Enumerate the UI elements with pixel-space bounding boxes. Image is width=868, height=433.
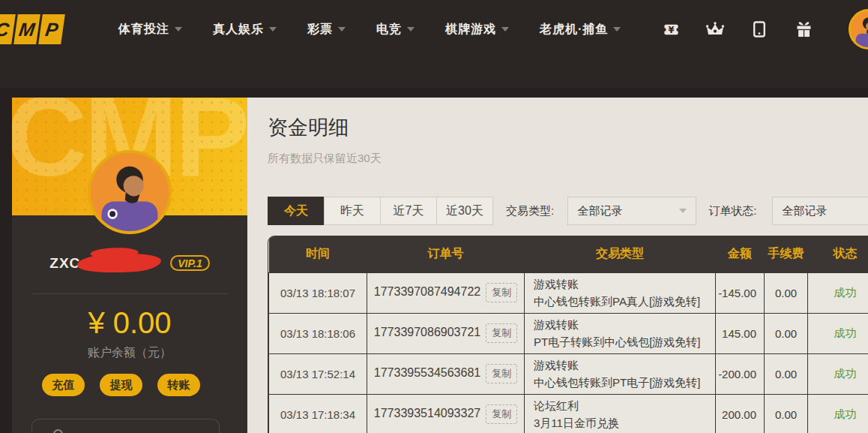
wallet-actions: 充值提现转账 — [42, 374, 200, 396]
nav-action-icons: ¥ — [661, 20, 813, 38]
nav-menu-item[interactable]: 彩票 — [307, 22, 346, 38]
table-column-header: 时间 — [269, 236, 367, 272]
type-detail: 中心钱包转账到PA真人[游戏免转] — [534, 293, 715, 310]
type-name: 游戏转账 — [534, 275, 715, 293]
copy-button[interactable]: 复制 — [486, 364, 517, 383]
date-range-tab[interactable]: 昨天 — [324, 197, 381, 225]
main-menu: 体育投注真人娱乐彩票电竞棋牌游戏老虎机·捕鱼 — [118, 22, 621, 38]
cell-time: 03/13 18:18:07 — [269, 272, 367, 313]
table-header-row: 时间订单号交易类型金额手续费状态 — [269, 236, 868, 272]
chevron-down-icon — [407, 27, 415, 32]
type-name: 游戏转账 — [534, 316, 715, 333]
nav-menu-label: 老虎机·捕鱼 — [540, 22, 608, 38]
cell-order: 1773397086903721复制 — [367, 313, 525, 353]
order-number: 1773397086903721 — [374, 326, 480, 338]
funds-table-wrap: 时间订单号交易类型金额手续费状态 03/13 18:18:07177339708… — [268, 236, 868, 433]
hidden-section-card — [31, 419, 220, 433]
nav-menu-label: 电竞 — [376, 22, 402, 38]
cell-status: 成功 — [808, 394, 868, 433]
type-detail: PT电子转账到中心钱包[游戏免转] — [534, 333, 715, 350]
filter-select[interactable]: 全部记录 — [772, 197, 868, 225]
crown-icon[interactable] — [705, 20, 725, 38]
filter-select-value: 全部记录 — [577, 204, 622, 218]
brand-letter-c: C — [0, 14, 16, 44]
cell-order: 1773393514093327复制 — [367, 394, 525, 433]
cell-status: 成功 — [808, 313, 868, 353]
avatar-illustration — [91, 153, 169, 231]
phone-icon[interactable] — [750, 20, 769, 38]
copy-button[interactable]: 复制 — [486, 404, 517, 424]
cell-fee: 0.00 — [765, 353, 808, 394]
nav-menu-item[interactable]: 体育投注 — [118, 22, 182, 38]
filter-select[interactable]: 全部记录 — [567, 197, 696, 225]
user-avatar[interactable] — [849, 9, 868, 50]
nav-menu-item[interactable]: 真人娱乐 — [213, 22, 277, 38]
top-nav-inner: CMP 体育投注真人娱乐彩票电竞棋牌游戏老虎机·捕鱼 ¥ — [0, 8, 868, 50]
sidebar-divider — [31, 293, 229, 294]
avatar-illustration — [851, 11, 868, 47]
cell-amount: 200.00 — [716, 394, 765, 433]
svg-text:¥: ¥ — [668, 24, 674, 35]
cell-fee: 0.00 — [765, 394, 808, 433]
profile-sidebar: CMP ZXC VIP.1 ¥ 0.00 账户余额（元） 充值提现转账 — [12, 98, 247, 433]
type-detail: 中心钱包转账到PT电子[游戏免转] — [534, 374, 715, 391]
funds-table: 时间订单号交易类型金额手续费状态 03/13 18:18:07177339708… — [268, 236, 868, 433]
gift-icon[interactable] — [794, 20, 813, 38]
nav-menu-item[interactable]: 老虎机·捕鱼 — [540, 22, 621, 38]
top-nav: CMP 体育投注真人娱乐彩票电竞棋牌游戏老虎机·捕鱼 ¥ — [0, 0, 868, 88]
page-title: 资金明细 — [268, 114, 349, 141]
date-range-tab[interactable]: 近30天 — [436, 197, 493, 225]
nav-menu-item[interactable]: 电竞 — [376, 22, 415, 38]
account-balance-label: 账户余额（元） — [12, 345, 247, 361]
cell-amount: -145.00 — [716, 272, 765, 313]
wallet-button-2[interactable]: 转账 — [157, 374, 200, 396]
cell-type: 论坛红利3月11日金币兑换 — [525, 394, 716, 433]
type-name: 游戏转账 — [534, 356, 715, 374]
date-range-tab[interactable]: 今天 — [268, 197, 325, 225]
nav-menu-item[interactable]: 棋牌游戏 — [445, 22, 509, 38]
table-row: 03/13 17:18:341773393514093327复制论坛红利3月11… — [269, 394, 868, 433]
wallet-button-1[interactable]: 提现 — [100, 374, 142, 396]
cell-time: 03/13 17:18:34 — [269, 394, 367, 433]
copy-button[interactable]: 复制 — [486, 283, 517, 302]
cell-amount: -200.00 — [716, 353, 765, 394]
table-column-header: 状态 — [808, 236, 868, 272]
redacted-username-scribble — [77, 252, 162, 274]
filter-label: 交易类型: — [506, 204, 554, 218]
brand-logo[interactable]: CMP — [0, 14, 65, 44]
nav-right: ¥ — [661, 9, 868, 50]
cell-type: 游戏转账中心钱包转账到PT电子[游戏免转] — [525, 353, 716, 394]
wallet-button-0[interactable]: 充值 — [42, 374, 85, 396]
filter-row: 今天昨天近7天近30天交易类型:全部记录订单状态:全部记录 — [268, 197, 868, 225]
user-row: ZXC VIP.1 — [12, 254, 247, 272]
order-number: 1773395534563681 — [374, 366, 480, 379]
nav-menu-label: 彩票 — [307, 22, 333, 38]
chevron-down-icon — [175, 27, 182, 32]
filter-select-value: 全部记录 — [782, 204, 827, 218]
table-row: 03/13 18:18:071773397087494722复制游戏转账中心钱包… — [269, 272, 868, 313]
cell-order: 1773397087494722复制 — [367, 272, 525, 313]
cell-order: 1773395534563681复制 — [367, 353, 525, 394]
cell-time: 03/13 18:18:06 — [269, 313, 367, 353]
copy-button[interactable]: 复制 — [486, 323, 517, 343]
account-balance: ¥ 0.00 — [12, 306, 247, 340]
cell-time: 03/13 17:52:14 — [269, 353, 367, 394]
voucher-icon[interactable]: ¥ — [661, 20, 681, 38]
main-content: 资金明细 所有数据只保留近30天 今天昨天近7天近30天交易类型:全部记录订单状… — [247, 98, 868, 433]
chevron-down-icon — [501, 27, 509, 32]
user-avatar-large[interactable] — [88, 150, 172, 234]
table-column-header: 交易类型 — [525, 236, 716, 272]
table-column-header: 手续费 — [765, 236, 808, 272]
cell-fee: 0.00 — [765, 313, 808, 353]
table-column-header: 金额 — [716, 236, 765, 272]
table-row: 03/13 18:18:061773397086903721复制游戏转账PT电子… — [269, 313, 868, 353]
cell-fee: 0.00 — [765, 272, 808, 313]
cell-amount: 145.00 — [716, 313, 765, 353]
cell-type: 游戏转账PT电子转账到中心钱包[游戏免转] — [525, 313, 716, 353]
chevron-down-icon — [269, 27, 277, 32]
order-number: 1773393514093327 — [374, 407, 480, 419]
brand-letter-m: M — [13, 14, 40, 44]
cell-status: 成功 — [808, 353, 868, 394]
chevron-down-icon — [613, 27, 621, 32]
date-range-tab[interactable]: 近7天 — [380, 197, 437, 225]
